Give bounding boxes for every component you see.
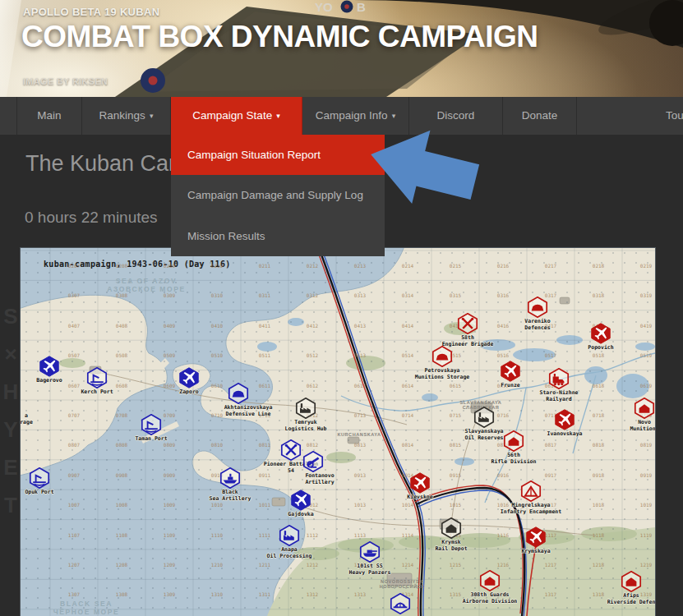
town-label: KURCHANSKAYA xyxy=(337,432,381,437)
map-unit-label-gajdovka: Gajdovka xyxy=(288,511,313,517)
grid-number: 1310 xyxy=(211,591,223,597)
grid-number: 1114 xyxy=(402,531,413,537)
map-unit-vareniko-defences--bunker-icon xyxy=(527,297,548,318)
banner-pretitle: APOLLO BETA 19 KUBAN xyxy=(23,6,159,18)
dropdown-item-mission-results[interactable]: Mission Results xyxy=(171,216,385,256)
grid-number: 0707 xyxy=(68,412,80,418)
nav-item-main[interactable]: Main xyxy=(16,97,82,135)
grid-number: 0710 xyxy=(211,412,223,418)
grid-number: 1010 xyxy=(211,502,223,508)
grid-number: 1011 xyxy=(259,502,270,508)
grid-number: 0511 xyxy=(259,352,270,358)
nav-item-campaign-state[interactable]: Campaign State▾ xyxy=(171,97,302,135)
nav-item-donate[interactable]: Donate xyxy=(503,97,577,135)
chevron-down-icon: ▾ xyxy=(392,112,396,120)
nav-item-discord[interactable]: Discord xyxy=(409,97,503,135)
grid-number: 0519 xyxy=(640,352,652,358)
grid-number: 0615 xyxy=(450,382,461,388)
grid-number: 0214 xyxy=(402,263,413,269)
grid-number: 1312 xyxy=(307,591,318,597)
map-unit-krymsk-rail-depot--house-icon xyxy=(441,517,462,539)
grid-number: 0409 xyxy=(164,322,175,328)
map-unit-label-petrovskaya-munitions-storage: PetrovskayaMunitions Storage xyxy=(415,367,470,380)
grid-number: 0909 xyxy=(164,471,175,477)
grid-number: 0610 xyxy=(211,382,223,388)
dropdown-item-situation-report[interactable]: Campaign Situation Report xyxy=(171,135,385,175)
map-unit-label-edge-cut-label: arage xyxy=(21,412,33,425)
grid-number: 1309 xyxy=(164,591,175,597)
map-unit-label-kievskoe: Kievskoe xyxy=(407,494,432,500)
map-unit-label-staro-nizhne-railyard: Staro-NizhneRailyard xyxy=(540,389,579,402)
nav-item-label: Discord xyxy=(437,109,475,122)
grid-number: 1317 xyxy=(545,591,556,597)
grid-number: 0808 xyxy=(116,442,127,448)
nav-item-truncated-right[interactable]: Tou xyxy=(666,97,683,135)
grid-number: 0307 xyxy=(68,292,80,298)
nav-item-label: Campaign State xyxy=(192,109,272,122)
map-unit-opuk-port--port-icon xyxy=(29,467,50,489)
grid-number: 0513 xyxy=(354,352,366,358)
grid-number: 1008 xyxy=(116,502,127,508)
map-unit-kerch-port--port-icon xyxy=(86,367,108,388)
grid-number: 0411 xyxy=(259,322,270,328)
map-unit-label-opuk-port: Opuk Port xyxy=(25,489,53,495)
map-unit-popovich--plane-icon xyxy=(590,323,611,344)
map-unit-fontanovo-artillery--artillery-icon xyxy=(302,451,324,472)
grid-number: 1015 xyxy=(450,502,461,508)
grid-number: 0413 xyxy=(354,322,366,328)
grid-number: 0510 xyxy=(211,352,223,358)
map-unit-label-mingrelskaya-infantry-encampment: MingrelskayaInfantry Encampment xyxy=(501,502,561,515)
grid-number: 0607 xyxy=(68,382,80,388)
map-unit-pioneer-battalion-54--tools-icon xyxy=(280,439,302,461)
grid-number: 0609 xyxy=(164,382,175,388)
sea-label: SEA OF AZOVАЗОВСКОЕ МОРЕ xyxy=(107,277,186,293)
grid-number: 0809 xyxy=(164,442,175,448)
map-unit-label-kerch-port: Kerch Port xyxy=(81,388,113,395)
grid-number: 1307 xyxy=(68,591,80,597)
grid-number: 0807 xyxy=(68,442,80,448)
grid-number: 0414 xyxy=(402,322,413,328)
map-unit-temryuk-logistics-hub--factory-icon xyxy=(295,398,316,419)
grid-number: 0715 xyxy=(450,412,461,418)
grid-number: 0211 xyxy=(259,263,270,269)
grid-number: 0212 xyxy=(307,263,318,269)
campaign-state-dropdown: Campaign Situation ReportCampaign Damage… xyxy=(171,135,385,256)
map-unit-label-black-sea-artillery: BlackSea Artillery xyxy=(210,489,252,502)
fuselage-code-right: B xyxy=(357,0,366,14)
grid-number: 1108 xyxy=(116,531,127,537)
map-unit-kievskoe--plane-icon xyxy=(409,472,431,494)
grid-number: 1019 xyxy=(640,502,652,508)
map-unit-label-taman-port: Taman Port xyxy=(135,435,167,442)
nav-item-rankings[interactable]: Rankings▾ xyxy=(82,97,171,135)
map-unit-label-novo-munitions: NovoMunitions xyxy=(630,419,655,432)
site-title: COMBAT BOX DYNAMIC CAMPAIGN xyxy=(21,20,538,54)
nav-item-label: Campaign Info xyxy=(316,109,388,122)
nav-item-label: Donate xyxy=(522,109,558,122)
grid-number: 1209 xyxy=(164,562,175,568)
grid-number: 0915 xyxy=(450,471,461,477)
map-unit-mingrelskaya-infantry-encampment--tent-icon xyxy=(520,480,542,502)
grid-number: 0608 xyxy=(116,382,127,388)
dropdown-item-damage-supply-log[interactable]: Campaign Damage and Supply Log xyxy=(171,175,385,215)
map-unit-novo-munitions--house-icon xyxy=(634,398,655,419)
map-unit-staro-nizhne-railyard--train-icon xyxy=(548,368,570,389)
map-unit-label-308th-guards-airborne-division: 308th GuardsAirborne Division xyxy=(463,591,518,605)
grid-number: 0313 xyxy=(354,292,366,298)
map-unit-label-zaporo: Zaporo xyxy=(179,388,198,395)
map-unit-label-56th-rifle-division: 56thRifle Division xyxy=(491,452,537,465)
grid-number: 1313 xyxy=(354,591,366,597)
nav-item-campaign-info[interactable]: Campaign Info▾ xyxy=(302,97,409,135)
grid-number: 0611 xyxy=(259,382,270,388)
watermark-letter: T xyxy=(1,486,21,524)
grid-number: 1107 xyxy=(68,531,80,537)
grid-number: 1311 xyxy=(259,591,270,597)
map-unit-slavyanskaya-oil-reserves--factory-icon xyxy=(473,407,495,428)
grid-number: 0918 xyxy=(593,471,604,477)
grid-number: 1214 xyxy=(402,562,413,568)
grid-number: 0817 xyxy=(545,442,556,448)
grid-number: 0215 xyxy=(450,263,461,269)
watermark-letter: Y xyxy=(1,411,21,448)
map-unit-krymskaya--plane-icon xyxy=(525,526,547,548)
site-banner: YO B APOLLO BETA 19 KUBAN COMBAT BOX DYN… xyxy=(0,0,683,97)
campaign-map-image[interactable]: kuban-campaign, 1943-06-10 (Day 116) 020… xyxy=(21,248,655,616)
